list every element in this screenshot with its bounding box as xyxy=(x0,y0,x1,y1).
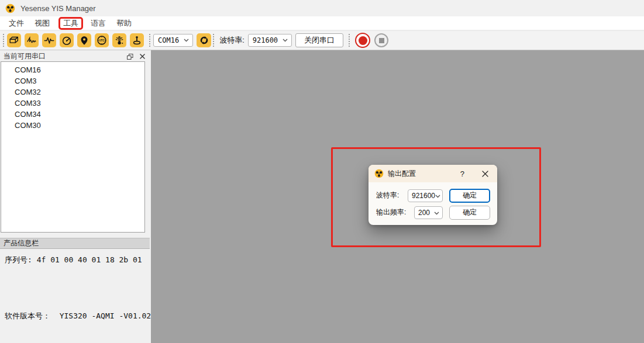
svg-text:UTC: UTC xyxy=(99,39,105,42)
port-list-item[interactable]: COM33 xyxy=(1,98,144,109)
serial-number-value: 4f 01 00 40 01 18 2b 01 xyxy=(37,255,142,264)
waveform-button[interactable] xyxy=(42,33,56,47)
port-list-item[interactable]: COM34 xyxy=(1,109,144,120)
chevron-down-icon xyxy=(184,39,189,42)
serial-number-label: 序列号: xyxy=(5,255,37,264)
dialog-close-button[interactable] xyxy=(481,169,490,178)
output-config-dialog: 输出配置 ? 波特率: 921600 确定 输出频率: xyxy=(369,165,497,225)
menu-view[interactable]: 视图 xyxy=(32,17,53,30)
pin-base-icon xyxy=(131,34,143,46)
baud-rate-value: 921600 xyxy=(253,36,278,44)
chevron-down-icon xyxy=(283,39,288,42)
dialog-baud-ok-button[interactable]: 确定 xyxy=(449,189,490,203)
toolbar-handle[interactable] xyxy=(349,34,350,47)
port-list-item[interactable]: COM30 xyxy=(1,120,144,131)
float-window-icon xyxy=(127,54,133,60)
record-dot-icon xyxy=(359,36,367,45)
dialog-logo-icon xyxy=(374,169,384,178)
baud-rate-select[interactable]: 921600 xyxy=(248,34,292,47)
angle-curve-icon xyxy=(26,34,37,46)
serial-number-line: 序列号: 4f 01 00 40 01 18 2b 01 xyxy=(5,255,142,265)
stop-square-icon xyxy=(379,38,384,43)
port-list-item[interactable]: COM16 xyxy=(1,64,144,75)
baud-rate-label: 波特率: xyxy=(219,35,244,46)
dialog-baud-row: 波特率: 921600 确定 xyxy=(376,189,491,202)
close-icon xyxy=(140,54,145,59)
app-window: Yesense YIS Manager 文件 视图 工具 语言 帮助 xyxy=(0,0,644,343)
refresh-icon xyxy=(199,35,209,46)
menu-help[interactable]: 帮助 xyxy=(113,17,135,30)
stop-button[interactable] xyxy=(374,33,388,47)
angle-curve-button[interactable] xyxy=(25,33,39,47)
chevron-down-icon xyxy=(435,192,440,200)
dialog-baud-select[interactable]: 921600 xyxy=(408,189,443,202)
port-list: COM16 COM3 COM32 COM33 COM34 COM30 xyxy=(1,61,145,233)
port-list-item[interactable]: COM32 xyxy=(1,86,144,98)
dialog-frequency-ok-button[interactable]: 确定 xyxy=(449,206,490,220)
dialog-frequency-select[interactable]: 200 xyxy=(414,206,443,219)
menu-tools[interactable]: 工具 xyxy=(63,18,79,29)
window-title: Yesense YIS Manager xyxy=(20,4,96,13)
location-pin-icon xyxy=(78,34,90,46)
panel-close-button[interactable] xyxy=(137,52,147,61)
menu-language[interactable]: 语言 xyxy=(88,17,109,30)
software-version-line: 软件版本号： YIS320 -AQMI -V01.02.03; xyxy=(5,311,170,321)
dialog-frequency-label: 输出频率: xyxy=(376,207,408,217)
menu-file[interactable]: 文件 xyxy=(6,17,27,30)
toolbar-handle[interactable] xyxy=(3,34,4,47)
gauge-button[interactable] xyxy=(60,33,74,47)
thermometer-icon xyxy=(113,34,125,46)
menu-bar: 文件 视图 工具 语言 帮助 xyxy=(0,16,644,30)
record-button[interactable] xyxy=(355,33,370,48)
dialog-help-button[interactable]: ? xyxy=(459,169,466,178)
dock-panel-titlebar: 当前可用串口 xyxy=(0,51,151,61)
cube-3d-icon xyxy=(8,34,20,46)
location-button[interactable] xyxy=(77,33,91,47)
toolbar-handle[interactable] xyxy=(149,34,150,47)
refresh-ports-button[interactable] xyxy=(197,33,211,47)
dialog-frequency-value: 200 xyxy=(418,209,430,217)
product-info-header: 产品信息栏 xyxy=(0,238,150,249)
titlebar: Yesense YIS Manager xyxy=(0,0,644,16)
com-port-select[interactable]: COM16 xyxy=(153,34,193,47)
toolbar-handle[interactable] xyxy=(213,34,214,47)
position-pin-button[interactable] xyxy=(130,33,144,47)
dialog-baud-label: 波特率: xyxy=(376,190,408,200)
float-panel-button[interactable] xyxy=(125,52,135,61)
port-list-item[interactable]: COM3 xyxy=(1,75,144,86)
temperature-button[interactable] xyxy=(112,33,126,47)
toolbar: UTC COM16 xyxy=(0,30,644,50)
waveform-icon xyxy=(43,34,55,46)
dialog-frequency-row: 输出频率: 200 确定 xyxy=(376,206,491,219)
dialog-title: 输出配置 xyxy=(388,169,459,179)
app-logo-icon xyxy=(5,4,15,13)
utc-time-button[interactable]: UTC xyxy=(95,33,109,47)
close-port-button[interactable]: 关闭串口 xyxy=(295,33,343,47)
chevron-down-icon xyxy=(434,209,439,217)
dialog-baud-value: 921600 xyxy=(412,192,435,200)
dialog-titlebar[interactable]: 输出配置 ? xyxy=(369,165,497,182)
tools-menu-highlight-box: 工具 xyxy=(58,17,83,30)
close-icon xyxy=(482,171,488,177)
software-version-label: 软件版本号： xyxy=(5,311,60,320)
utc-clock-icon: UTC xyxy=(96,34,108,46)
dock-panel-title: 当前可用串口 xyxy=(4,51,123,61)
gauge-icon xyxy=(61,34,73,46)
com-port-value: COM16 xyxy=(158,36,179,44)
cube-3d-button[interactable] xyxy=(7,33,21,47)
serial-port-dock-panel: 当前可用串口 COM16 COM3 COM32 COM33 COM34 COM3… xyxy=(0,50,151,343)
